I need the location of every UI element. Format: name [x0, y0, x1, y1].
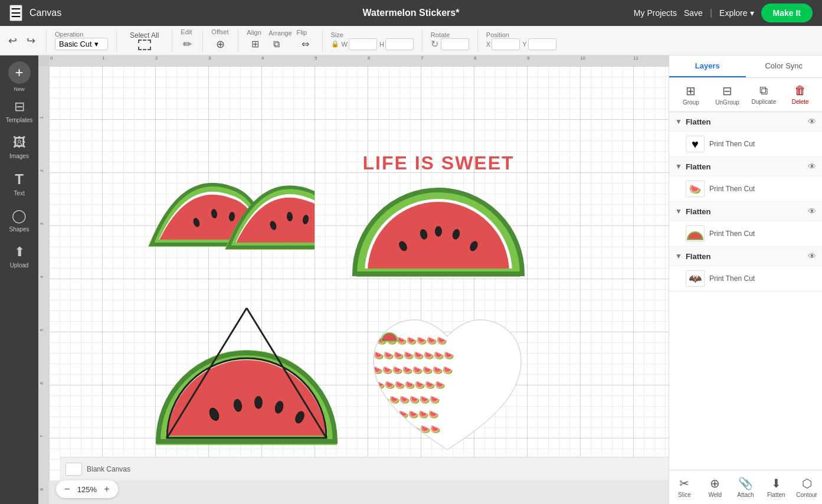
rotate-input[interactable] — [441, 38, 469, 50]
pos-y-input[interactable] — [528, 38, 556, 50]
topbar: ☰ Canvas Watermelon Stickers* My Project… — [0, 0, 822, 26]
text-label: Text — [14, 190, 24, 197]
blank-canvas-label: Blank Canvas — [87, 465, 130, 473]
pos-x-input[interactable] — [492, 38, 520, 50]
sticker-watermelon-outline[interactable] — [155, 302, 338, 450]
svg-text:🍉🍉🍉🍉🍉: 🍉🍉🍉🍉🍉 — [388, 410, 439, 420]
slice-label: Slice — [678, 492, 691, 498]
undo-button[interactable]: ↩ — [6, 32, 19, 50]
select-all-button[interactable]: Select All — [125, 29, 163, 53]
flatten-icon: ⬇ — [771, 476, 781, 490]
canvas-content: LIFE IS SWEET — [49, 66, 669, 480]
upload-icon: ⬆ — [14, 244, 25, 260]
sticker-life-is-sweet[interactable]: LIFE IS SWEET — [344, 137, 533, 284]
sticker-watermelon-slices[interactable] — [137, 143, 315, 273]
ruler-h-8: 8 — [474, 55, 476, 61]
sticker-watermelon-heart[interactable]: 🍉🍉🍉🍉🍉🍉🍉 🍉🍉🍉🍉🍉🍉🍉🍉 🍉🍉🍉🍉🍉🍉🍉🍉 🍉🍉🍉🍉🍉🍉🍉 🍉🍉🍉🍉🍉🍉… — [362, 296, 533, 462]
zoom-value: 125% — [76, 485, 98, 494]
ruler-v-4: 4 — [39, 276, 44, 278]
flatten-label: Flatten — [767, 492, 785, 498]
sidebar-item-text[interactable]: T Text — [2, 166, 37, 201]
ruler-corner — [38, 55, 49, 66]
layer-item-3[interactable]: Print Then Cut — [669, 221, 822, 246]
edit-pencil-button[interactable]: ✏ — [181, 35, 194, 53]
offset-button[interactable]: ⊕ — [211, 35, 230, 53]
width-input[interactable] — [349, 38, 377, 50]
eye-icon-4[interactable]: 👁 — [808, 251, 816, 261]
group-label: Group — [683, 99, 699, 106]
layer-item-1[interactable]: ♥ Print Then Cut — [669, 131, 822, 156]
layer-header-2[interactable]: ▼ Flatten 👁 — [669, 157, 822, 176]
svg-text:LIFE IS SWEET: LIFE IS SWEET — [362, 152, 514, 174]
sidebar-item-images[interactable]: 🖼 Images — [2, 130, 37, 164]
layer-header-4[interactable]: ▼ Flatten 👁 — [669, 247, 822, 266]
topbar-actions: My Projects Save | Explore ▾ Make It — [634, 4, 813, 22]
sidebar-item-shapes[interactable]: ◯ Shapes — [2, 204, 37, 237]
lock-icon: 🔒 — [331, 40, 339, 48]
eye-icon-3[interactable]: 👁 — [808, 207, 816, 216]
sidebar-item-upload[interactable]: ⬆ Upload — [2, 240, 37, 273]
svg-text:🍉🍉🍉🍉: 🍉🍉🍉🍉 — [400, 424, 441, 434]
new-button[interactable]: + — [8, 61, 31, 84]
panel-tabs: Layers Color Sync — [669, 55, 822, 78]
tab-layers[interactable]: Layers — [669, 55, 746, 77]
layer-item-4[interactable]: 🦇 Print Then Cut — [669, 266, 822, 291]
redo-button[interactable]: ↪ — [24, 32, 38, 50]
images-icon: 🖼 — [13, 135, 26, 150]
sidebar-item-templates[interactable]: ⊟ Templates — [2, 94, 37, 128]
operation-dropdown[interactable]: Basic Cut ▾ — [55, 38, 108, 50]
canvas-container[interactable]: 0 1 2 3 4 5 6 7 8 9 10 11 1 2 3 4 5 — [38, 55, 669, 504]
eye-icon-2[interactable]: 👁 — [808, 162, 816, 171]
layer-item-2[interactable]: 🍉 Print Then Cut — [669, 176, 822, 201]
layer-header-3[interactable]: ▼ Flatten 👁 — [669, 202, 822, 221]
arrow-icon-4: ▼ — [675, 252, 682, 260]
images-label: Images — [9, 153, 29, 159]
group-icon: ⊞ — [686, 84, 696, 98]
ruler-v-3: 3 — [39, 222, 44, 225]
ruler-v-7: 7 — [39, 435, 44, 437]
layer-header-1[interactable]: ▼ Flatten 👁 — [669, 112, 822, 131]
make-it-button[interactable]: Make It — [761, 4, 813, 22]
zoom-in-button[interactable]: + — [101, 483, 112, 496]
duplicate-button[interactable]: ⧉ Duplicate — [746, 81, 782, 108]
ungroup-button[interactable]: ⊟ UnGroup — [709, 81, 746, 108]
height-input[interactable] — [385, 38, 414, 50]
layer-thumb-1: ♥ — [686, 136, 705, 152]
svg-text:🍉🍉🍉🍉🍉🍉: 🍉🍉🍉🍉🍉🍉 — [379, 395, 440, 405]
weld-button[interactable]: ⊕ Weld — [700, 474, 731, 500]
slice-icon: ✂ — [679, 476, 689, 490]
contour-button[interactable]: ⬡ Contour — [791, 474, 822, 500]
size-section: Size 🔒 W H — [331, 31, 414, 50]
align-button[interactable]: ⊞ — [247, 36, 264, 52]
flatten-button[interactable]: ⬇ Flatten — [761, 474, 791, 500]
ruler-v-8: 8 — [39, 488, 44, 490]
delete-button[interactable]: 🗑 Delete — [782, 81, 818, 108]
arrange-button[interactable]: ⧉ — [268, 37, 284, 52]
ruler-h-7: 7 — [421, 55, 423, 61]
panel-actions: ⊞ Group ⊟ UnGroup ⧉ Duplicate 🗑 Delete — [669, 78, 822, 112]
save-button[interactable]: Save — [684, 8, 703, 18]
menu-button[interactable]: ☰ — [9, 5, 22, 21]
templates-icon: ⊟ — [14, 99, 25, 114]
main-area: + New ⊟ Templates 🖼 Images T Text ◯ Shap… — [0, 55, 822, 504]
eye-icon-1[interactable]: 👁 — [808, 117, 816, 126]
ruler-h-9: 9 — [527, 55, 529, 61]
canvas-grid[interactable]: LIFE IS SWEET — [49, 66, 669, 480]
left-sidebar: + New ⊟ Templates 🖼 Images T Text ◯ Shap… — [0, 55, 38, 504]
weld-label: Weld — [708, 492, 722, 498]
my-projects-link[interactable]: My Projects — [634, 8, 677, 18]
rotate-icon: ↻ — [431, 38, 438, 50]
tab-color-sync[interactable]: Color Sync — [746, 55, 823, 77]
attach-button[interactable]: 📎 Attach — [731, 474, 761, 500]
slice-button[interactable]: ✂ Slice — [669, 474, 700, 500]
explore-button[interactable]: Explore ▾ — [719, 8, 754, 18]
ungroup-label: UnGroup — [715, 99, 739, 106]
ruler-h-4: 4 — [261, 55, 264, 61]
flip-button[interactable]: ⇔ — [297, 36, 314, 52]
group-button[interactable]: ⊞ Group — [673, 81, 709, 108]
width-field: W — [342, 38, 377, 50]
zoom-out-button[interactable]: − — [62, 483, 72, 496]
toolbar: ↩ ↪ Operation Basic Cut ▾ Select All Edi… — [0, 26, 822, 55]
arrange-section: Arrange ⧉ — [268, 30, 292, 52]
svg-text:🍉🍉: 🍉🍉 — [418, 439, 438, 449]
